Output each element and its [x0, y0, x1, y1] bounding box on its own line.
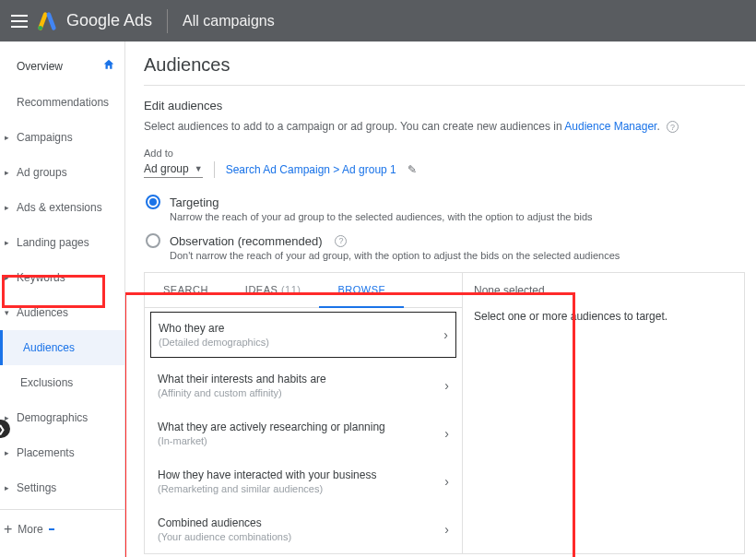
list-item-remarketing[interactable]: How they have interacted with your busin… [145, 457, 462, 505]
sidebar-item-overview[interactable]: Overview [0, 47, 124, 85]
list-item-combined[interactable]: Combined audiences (Your audience combin… [145, 505, 462, 553]
targeting-radio[interactable]: Targeting [146, 195, 745, 209]
list-item-who-they-are[interactable]: Who they are (Detailed demographics) › [150, 312, 456, 358]
home-icon [102, 58, 115, 74]
breadcrumb[interactable]: Search Ad Campaign > Ad group 1 [226, 163, 396, 176]
caret-right-icon: ▸ [5, 133, 9, 142]
list-item-interests[interactable]: What their interests and habits are (Aff… [145, 361, 462, 409]
dropdown-arrow-icon: ▼ [195, 164, 203, 173]
sidebar-item-demographics[interactable]: ▸ Demographics [0, 400, 124, 435]
chevron-right-icon: › [444, 378, 449, 393]
google-ads-logo-icon [37, 11, 57, 31]
sidebar-item-keywords[interactable]: ▸ Keywords [0, 260, 124, 295]
brand-label: Google Ads [66, 11, 152, 30]
radio-unselected-icon [146, 233, 160, 248]
menu-icon[interactable] [11, 15, 28, 28]
header-divider [167, 9, 168, 33]
panel-right: None selected Select one or more audienc… [463, 273, 744, 553]
caret-right-icon: ▸ [5, 203, 9, 212]
svg-point-0 [38, 25, 42, 30]
tab-search[interactable]: SEARCH [145, 273, 227, 307]
sidebar-item-audiences-group[interactable]: ▾ Audiences [0, 295, 124, 330]
sidebar-sub-audiences[interactable]: Audiences [0, 330, 124, 365]
addto-label: Add to [144, 148, 745, 159]
edit-icon[interactable]: ✎ [408, 163, 417, 176]
panel-left: SEARCH IDEAS (11) BROWSE Who they are (D… [145, 273, 463, 553]
divider [144, 85, 745, 86]
none-selected-label: None selected [474, 284, 733, 297]
observation-radio[interactable]: Observation (recommended) ? [146, 233, 745, 248]
audience-panel: SEARCH IDEAS (11) BROWSE Who they are (D… [144, 272, 745, 554]
sidebar-item-campaigns[interactable]: ▸ Campaigns [0, 120, 124, 155]
audience-manager-link[interactable]: Audience Manager [564, 120, 656, 133]
app-header: Google Ads All campaigns [0, 0, 756, 41]
edit-audiences-title: Edit audiences [144, 99, 745, 113]
sidebar-item-placements[interactable]: ▸ Placements [0, 435, 124, 470]
chevron-right-icon: › [444, 426, 449, 441]
tab-ideas[interactable]: IDEAS (11) [227, 273, 320, 307]
caret-right-icon: ▸ [5, 273, 9, 282]
sidebar-more[interactable]: More [18, 523, 42, 536]
radio-selected-icon [146, 195, 160, 209]
page-title: Audiences [144, 54, 745, 76]
tabs: SEARCH IDEAS (11) BROWSE [145, 273, 462, 308]
chevron-right-icon: › [444, 474, 449, 489]
description: Select audiences to add to a campaign or… [144, 120, 745, 133]
addto-dropdown[interactable]: Ad group ▼ [144, 160, 203, 178]
list-item-inmarket[interactable]: What they are actively researching or pl… [145, 409, 462, 457]
sidebar-label: Overview [17, 60, 63, 73]
more-indicator-icon [49, 528, 54, 530]
caret-right-icon: ▸ [5, 238, 9, 247]
tab-browse[interactable]: BROWSE [319, 273, 404, 308]
caret-right-icon: ▸ [5, 168, 9, 177]
sidebar-item-landing-pages[interactable]: ▸ Landing pages [0, 225, 124, 260]
sidebar-item-settings[interactable]: ▸ Settings [0, 470, 124, 505]
plus-icon[interactable]: + [4, 521, 12, 538]
chevron-right-icon: › [444, 522, 449, 537]
caret-right-icon: ▸ [5, 448, 9, 457]
chevron-right-icon: › [443, 327, 448, 342]
help-icon[interactable]: ? [335, 235, 347, 247]
selection-hint: Select one or more audiences to target. [474, 310, 733, 323]
sidebar-item-ad-groups[interactable]: ▸ Ad groups [0, 155, 124, 190]
targeting-desc: Narrow the reach of your ad group to the… [170, 211, 745, 222]
browse-list: Who they are (Detailed demographics) › W… [145, 312, 462, 553]
observation-desc: Don't narrow the reach of your ad group,… [170, 250, 745, 261]
campaign-scope-label[interactable]: All campaigns [183, 13, 275, 30]
main-content: Audiences Edit audiences Select audience… [125, 41, 756, 557]
sidebar-sub-exclusions[interactable]: Exclusions [0, 365, 124, 400]
sidebar-item-ads-extensions[interactable]: ▸ Ads & extensions [0, 190, 124, 225]
caret-down-icon: ▾ [5, 308, 9, 317]
help-icon[interactable]: ? [667, 121, 679, 133]
caret-right-icon: ▸ [5, 483, 9, 492]
divider [214, 161, 215, 178]
sidebar: Overview Recommendations ▸ Campaigns ▸ A… [0, 41, 125, 557]
sidebar-item-recommendations[interactable]: Recommendations [0, 85, 124, 120]
